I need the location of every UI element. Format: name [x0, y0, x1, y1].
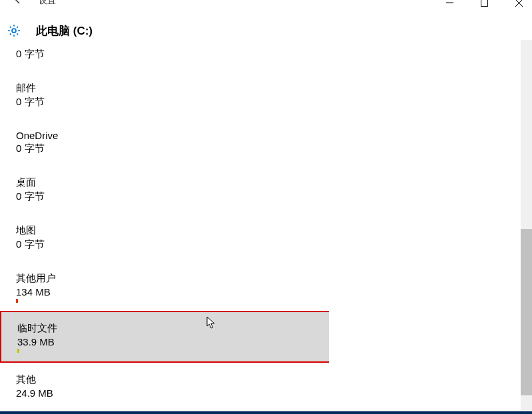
taskbar-edge: [0, 411, 532, 414]
storage-item-maps[interactable]: 地图 0 字节: [16, 222, 532, 256]
page-header: 此电脑 (C:): [0, 8, 532, 41]
storage-item[interactable]: 0 字节: [16, 45, 532, 66]
storage-item-size: 134 MB: [16, 286, 532, 298]
maximize-button[interactable]: [471, 0, 497, 9]
storage-item-name: 其他用户: [16, 272, 532, 285]
storage-item-size: 0 字节: [16, 96, 532, 108]
storage-item-size: 0 字节: [16, 142, 532, 155]
svg-rect-1: [481, 0, 487, 6]
window-title: 设置: [39, 0, 56, 7]
scroll-thumb[interactable]: [521, 229, 532, 395]
storage-item-size: 0 字节: [16, 48, 532, 61]
usage-bar: [16, 299, 18, 303]
svg-point-4: [12, 29, 16, 33]
gear-icon: [7, 23, 21, 38]
close-button[interactable]: [505, 0, 532, 9]
storage-item-other-users[interactable]: 其他用户 134 MB: [16, 270, 532, 308]
storage-item-size: 24.9 MB: [16, 387, 532, 399]
page-title: 此电脑 (C:): [36, 23, 93, 39]
minimize-button[interactable]: [436, 0, 463, 9]
storage-item-mail[interactable]: 邮件 0 字节: [16, 79, 532, 114]
storage-item-name: 临时文件: [17, 322, 329, 335]
storage-item-desktop[interactable]: 桌面 0 字节: [16, 174, 532, 208]
storage-item-name: OneDrive: [16, 130, 532, 141]
storage-item-temp-files[interactable]: 临时文件 33.9 MB: [0, 311, 329, 363]
storage-item-name: 地图: [16, 224, 532, 237]
usage-bar: [17, 349, 19, 353]
storage-item-name: 邮件: [16, 82, 532, 95]
back-button[interactable]: [15, 0, 25, 7]
storage-item-size: 33.9 MB: [17, 336, 329, 347]
storage-item-name: 其他: [16, 373, 532, 386]
storage-item-size: 0 字节: [16, 190, 532, 203]
storage-item-size: 0 字节: [16, 238, 532, 251]
storage-item-other[interactable]: 其他 24.9 MB: [16, 371, 532, 404]
storage-item-onedrive[interactable]: OneDrive 0 字节: [16, 127, 532, 160]
storage-item-name: 桌面: [16, 176, 532, 189]
scrollbar[interactable]: [521, 40, 532, 410]
